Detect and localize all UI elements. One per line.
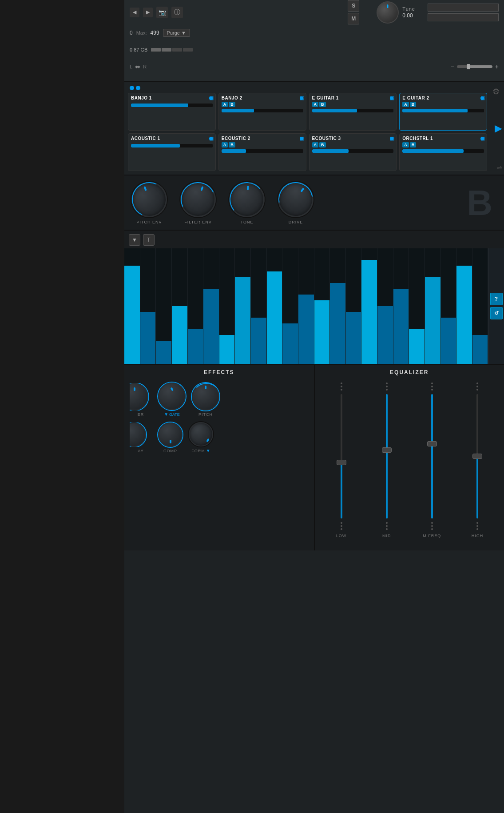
ab-b-eguitar1[interactable]: B xyxy=(319,102,326,107)
inst-card-acoustic1[interactable]: ACOUSTIC 1 ▦ xyxy=(128,133,216,171)
seq-col-21[interactable] xyxy=(456,248,472,364)
camera-icon[interactable]: 📷 xyxy=(156,7,168,18)
seq-chevron-button[interactable]: ▼ xyxy=(129,234,140,246)
seq-col-8[interactable] xyxy=(251,248,267,364)
fx-comp-knob[interactable] xyxy=(158,422,183,447)
ab-b-banjo2[interactable]: B xyxy=(229,102,235,107)
fx-eq-section: EFFECTS ER ▼ xyxy=(124,364,504,550)
inst-card-ecoustic2[interactable]: ECOUSTIC 2 A B ▦ xyxy=(218,133,306,171)
seq-col-9[interactable] xyxy=(267,248,283,364)
fx-pitch-knob[interactable] xyxy=(192,383,219,410)
s-button[interactable]: S xyxy=(348,0,359,12)
inst-card-eguitar1[interactable]: E GUITAR 1 A B ▦ xyxy=(309,93,397,131)
tune-knob[interactable] xyxy=(375,0,400,24)
seq-col-14[interactable] xyxy=(346,248,362,364)
seq-col-17[interactable] xyxy=(393,248,409,364)
inst-bar-fill-ecoustic3 xyxy=(312,149,349,153)
gear-icon[interactable]: ⚙ xyxy=(492,87,500,96)
vol-plus-button[interactable]: + xyxy=(495,63,499,70)
inst-nav-right[interactable]: ▶ xyxy=(495,123,502,134)
seq-col-5[interactable] xyxy=(203,248,219,364)
eq-mid-group: MID xyxy=(365,383,408,538)
inst-card-banjo1[interactable]: BANJO 1 ▦ xyxy=(128,93,216,131)
ab-a-eguitar1[interactable]: A xyxy=(312,102,319,107)
fx-comp-label: COMP xyxy=(163,449,177,453)
b-letter: B xyxy=(467,185,492,221)
seq-t-button[interactable]: T xyxy=(143,234,155,246)
seq-bar-5 xyxy=(203,289,219,364)
ab-a-ecoustic2[interactable]: A xyxy=(222,142,228,147)
seq-col-10[interactable] xyxy=(282,248,298,364)
inst-name-ecoustic3: ECOUSTIC 3 xyxy=(312,136,394,141)
ab-b-ecoustic3[interactable]: B xyxy=(319,142,326,147)
seq-question-button[interactable]: ? xyxy=(490,293,503,305)
purge-button[interactable]: Purge ▼ xyxy=(163,29,190,37)
seq-col-11[interactable] xyxy=(298,248,314,364)
seq-col-22[interactable] xyxy=(472,248,488,364)
top-row4: L ⇔ R − + xyxy=(124,58,504,75)
seq-col-19[interactable] xyxy=(425,248,441,364)
ab-b-eguitar2[interactable]: B xyxy=(410,102,417,107)
sequencer-grid[interactable]: ? ↺ xyxy=(124,248,504,364)
nav-forward-button[interactable]: ▶ xyxy=(143,8,153,17)
eq-mfreq-track[interactable] xyxy=(431,394,433,518)
seq-col-15[interactable] xyxy=(361,248,377,364)
fx-delay-knob[interactable] xyxy=(130,422,146,447)
eq-high-track[interactable] xyxy=(476,394,478,518)
ab-a-ecoustic3[interactable]: A xyxy=(312,142,319,147)
tune-section: Tune 0.00 xyxy=(375,0,415,24)
inst-card-orchstrl1[interactable]: ORCHSTRL 1 A B ▦ xyxy=(399,133,487,171)
seq-col-18[interactable] xyxy=(409,248,425,364)
eq-mid-thumb[interactable] xyxy=(382,447,392,453)
eq-mfreq-thumb[interactable] xyxy=(427,441,437,446)
fx-gate-knob[interactable] xyxy=(158,383,186,410)
seq-col-2[interactable] xyxy=(156,248,172,364)
eq-high-thumb[interactable] xyxy=(472,454,482,459)
tone-knob[interactable] xyxy=(228,180,266,219)
seq-col-3[interactable] xyxy=(172,248,188,364)
pan-icon[interactable]: ⇔ xyxy=(135,63,140,70)
m-button[interactable]: M xyxy=(348,13,359,24)
seq-col-20[interactable] xyxy=(441,248,457,364)
seq-col-16[interactable] xyxy=(377,248,393,364)
eq-dot xyxy=(431,525,433,527)
info-icon[interactable]: ⓘ xyxy=(171,7,183,18)
vol-minus-button[interactable]: − xyxy=(451,63,454,70)
seq-reset-button[interactable]: ↺ xyxy=(490,307,503,319)
seq-col-4[interactable] xyxy=(188,248,204,364)
seq-col-1[interactable] xyxy=(140,248,156,364)
ab-a-eguitar2[interactable]: A xyxy=(402,102,409,107)
inst-card-banjo2[interactable]: BANJO 2 A B ▦ xyxy=(218,93,306,131)
fader-icon-banjo2: ▦ xyxy=(300,95,304,101)
er-knob-dot xyxy=(134,387,135,391)
scroll-icon[interactable]: ⇌ xyxy=(497,164,502,171)
eq-low-track[interactable] xyxy=(341,394,342,518)
ab-a-banjo2[interactable]: A xyxy=(222,102,228,107)
fx-er-knob[interactable] xyxy=(130,383,148,410)
nav-back-button[interactable]: ◀ xyxy=(130,8,139,17)
inst-card-eguitar2[interactable]: E GUITAR 2 A B ▦ xyxy=(399,93,487,131)
eq-high-group: HIGH xyxy=(456,383,499,538)
ab-b-orchstrl1[interactable]: B xyxy=(410,142,417,147)
eq-low-group: LOW xyxy=(320,383,363,538)
eq-high-dots-top xyxy=(476,383,478,391)
eq-mid-track[interactable] xyxy=(386,394,388,518)
tone-label: TONE xyxy=(241,220,254,224)
fader-icon-eguitar2: ▦ xyxy=(480,95,485,101)
seq-col-6[interactable] xyxy=(219,248,235,364)
seq-col-0[interactable] xyxy=(124,248,140,364)
ab-b-ecoustic2[interactable]: B xyxy=(229,142,235,147)
ab-a-orchstrl1[interactable]: A xyxy=(402,142,409,147)
eq-dot xyxy=(431,528,433,530)
eq-low-thumb[interactable] xyxy=(337,460,346,465)
seq-col-12[interactable] xyxy=(314,248,330,364)
drive-label: DRIVE xyxy=(289,220,303,224)
inst-card-ecoustic3[interactable]: ECOUSTIC 3 A B ▦ xyxy=(309,133,397,171)
pitch-env-knob[interactable] xyxy=(127,177,172,223)
fx-form-knob[interactable] xyxy=(189,422,213,446)
drive-knob[interactable] xyxy=(271,175,320,224)
seq-col-7[interactable] xyxy=(235,248,251,364)
seq-col-13[interactable] xyxy=(330,248,346,364)
filter-env-knob[interactable] xyxy=(175,177,221,223)
vol-slider[interactable] xyxy=(457,65,492,68)
